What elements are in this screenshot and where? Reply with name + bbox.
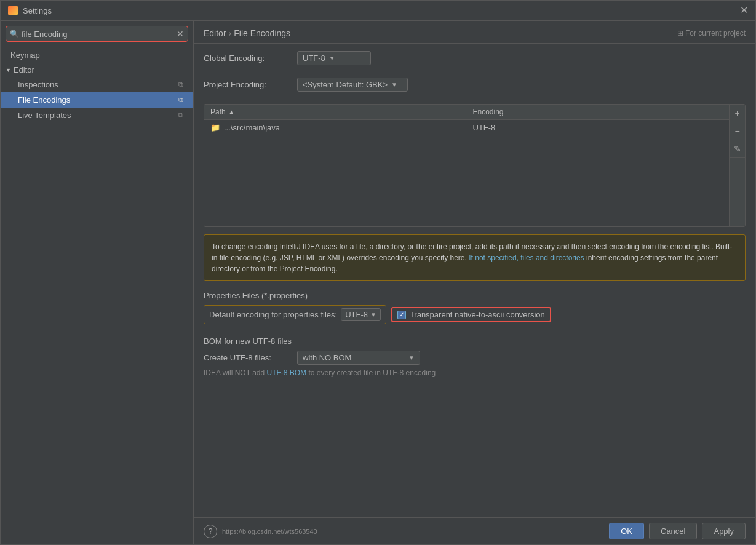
main-header: Editor › File Encodings ⊞ For current pr… [194,21,755,44]
copy-icon: ⧉ [178,111,183,119]
sidebar-item-editor[interactable]: ▼ Editor [1,63,193,77]
ok-button[interactable]: OK [609,523,644,539]
help-button[interactable]: ? [204,525,217,538]
transparent-conversion-row: ✓ Transparent native-to-ascii conversion [391,307,551,322]
search-input[interactable] [22,30,174,39]
folder-icon: 📁 [210,123,220,132]
sidebar-item-keymap[interactable]: Keymap [1,47,193,63]
sidebar-item-label: Inspections [18,80,58,89]
bom-note-suffix: to every created file in UTF-8 encoding [306,368,436,377]
search-input-wrapper: 🔍 ✕ [6,26,188,42]
title-bar: Settings ✕ [1,1,755,21]
path-cell: 📁 ...\src\main\java [204,120,467,135]
dropdown-arrow: ▼ [370,311,376,318]
breadcrumb-current: File Encodings [234,28,290,38]
bom-create-label: Create UTF-8 files: [204,353,290,362]
dropdown-arrow: ▼ [408,354,415,361]
bom-create-select[interactable]: with NO BOM ▼ [297,351,420,365]
properties-section: Properties Files (*.properties) Default … [204,291,746,327]
global-encoding-select[interactable]: UTF-8 ▼ [297,51,371,65]
bottom-bar: ? https://blog.csdn.net/wts563540 OK Can… [194,517,755,544]
breadcrumb: Editor › File Encodings [204,28,290,38]
info-box: To change encoding IntelliJ IDEA uses fo… [204,234,746,281]
sort-icon: ▲ [228,108,235,116]
path-encoding-table: Path ▲ Encoding 📁 ...\src\ma [204,104,746,227]
transparent-label: Transparent native-to-ascii conversion [410,310,545,319]
encoding-cell: UTF-8 [467,120,730,135]
dropdown-arrow: ▼ [391,81,397,88]
breadcrumb-separator: › [229,28,232,38]
dropdown-arrow: ▼ [329,55,335,62]
cancel-button[interactable]: Cancel [649,523,697,539]
main-body: Global Encoding: UTF-8 ▼ Project Encodin… [194,44,755,517]
sidebar-item-label: File Encodings [18,95,70,105]
dialog-title: Settings [23,6,52,15]
bom-section: BOM for new UTF-8 files Create UTF-8 fil… [204,336,746,377]
title-bar-left: Settings [8,6,52,15]
project-encoding-row: Project Encoding: <System Default: GBK> … [204,78,746,92]
encoding-header-label: Encoding [473,108,504,116]
sidebar-item-label: Live Templates [18,111,71,120]
settings-dialog: Settings ✕ 🔍 ✕ Keymap ▼ Editor [0,0,756,545]
bom-note-prefix: IDEA will NOT add [204,368,266,377]
properties-row: Default encoding for properties files: U… [204,305,746,324]
sidebar-item-inspections[interactable]: Inspections ⧉ [1,77,193,92]
main-content: Editor › File Encodings ⊞ For current pr… [194,21,755,544]
search-icon: 🔍 [10,30,19,38]
sidebar-item-label: Keymap [10,50,40,60]
apply-button[interactable]: Apply [702,523,746,539]
bom-note: IDEA will NOT add UTF-8 BOM to every cre… [204,368,746,377]
edit-path-button[interactable]: ✎ [730,140,745,158]
table-body: 📁 ...\src\main\java UTF-8 [204,120,729,136]
path-column-header[interactable]: Path ▲ [204,105,467,119]
transparent-checkbox[interactable]: ✓ [397,311,406,319]
project-encoding-value: <System Default: GBK> [303,80,388,89]
bom-create-value: with NO BOM [303,353,351,362]
bom-note-link[interactable]: UTF-8 BOM [266,368,306,377]
path-value: ...\src\main\java [224,123,280,132]
path-header-label: Path [210,108,226,116]
breadcrumb-parent: Editor [204,28,226,38]
bottom-left: ? https://blog.csdn.net/wts563540 [204,525,317,538]
project-encoding-label: Project Encoding: [204,80,290,89]
global-encoding-value: UTF-8 [303,54,325,63]
default-encoding-select[interactable]: UTF-8 ▼ [341,308,381,321]
content-area: 🔍 ✕ Keymap ▼ Editor Inspections ⧉ [1,21,755,544]
default-encoding-box: Default encoding for properties files: U… [204,305,386,324]
table-side-buttons: + − ✎ [729,105,745,226]
global-encoding-label: Global Encoding: [204,54,290,63]
bom-section-title: BOM for new UTF-8 files [204,336,746,346]
bottom-right: OK Cancel Apply [609,523,746,539]
global-encoding-row: Global Encoding: UTF-8 ▼ [204,51,746,65]
table-row[interactable]: 📁 ...\src\main\java UTF-8 [204,120,729,136]
sidebar-item-live-templates[interactable]: Live Templates ⧉ [1,108,193,123]
for-project-text: ⊞ For current project [677,29,746,38]
default-encoding-value: UTF-8 [345,310,368,319]
sidebar-item-label: Editor [14,65,34,74]
for-project-label: ⊞ For current project [677,29,746,38]
sidebar: 🔍 ✕ Keymap ▼ Editor Inspections ⧉ [1,21,194,544]
table-main: Path ▲ Encoding 📁 ...\src\ma [204,105,729,226]
encoding-column-header[interactable]: Encoding [467,105,730,119]
url-label: https://blog.csdn.net/wts563540 [222,528,317,535]
project-encoding-select[interactable]: <System Default: GBK> ▼ [297,78,408,92]
default-encoding-label: Default encoding for properties files: [209,310,337,319]
table-header: Path ▲ Encoding [204,105,729,120]
properties-section-title: Properties Files (*.properties) [204,291,746,300]
copy-icon: ⧉ [178,96,183,104]
close-button[interactable]: ✕ [740,6,748,15]
add-path-button[interactable]: + [730,105,745,122]
bom-create-row: Create UTF-8 files: with NO BOM ▼ [204,351,746,365]
expand-icon: ▼ [6,67,11,73]
checkmark-icon: ✓ [399,311,404,318]
search-clear-button[interactable]: ✕ [177,29,184,39]
search-bar: 🔍 ✕ [1,21,193,47]
copy-icon: ⧉ [178,81,183,89]
sidebar-item-file-encodings[interactable]: File Encodings ⧉ [1,92,193,108]
remove-path-button[interactable]: − [730,122,745,140]
info-link[interactable]: If not specified, files and directories [469,253,584,262]
app-icon [8,6,18,15]
